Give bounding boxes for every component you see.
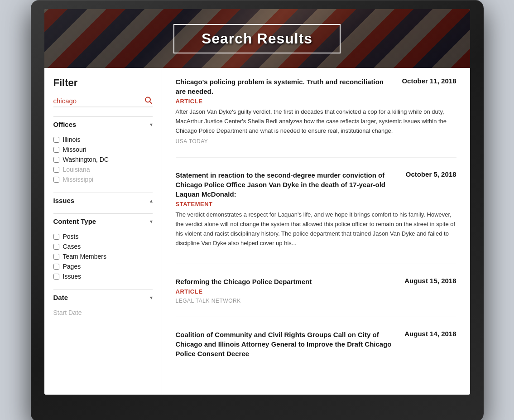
- issues-header[interactable]: Issues ▴: [53, 193, 153, 208]
- result-type-3: ARTICLE: [176, 288, 456, 295]
- content-type-options: Posts Cases Team Members Pages: [53, 229, 153, 284]
- checkbox-team-members[interactable]: [53, 254, 59, 260]
- issues-label: Issues: [53, 197, 75, 204]
- checkbox-illinois[interactable]: [53, 137, 59, 143]
- sidebar: Filter Offices: [44, 68, 162, 395]
- result-item-3: Reforming the Chicago Police Department …: [176, 277, 456, 317]
- page-title: Search Results: [202, 30, 312, 47]
- checkbox-louisiana[interactable]: [53, 167, 59, 173]
- result-source-3: LEGAL TALK NETWORK: [176, 298, 456, 304]
- result-date-4: August 14, 2018: [404, 330, 456, 338]
- result-header-2: Statement in reaction to the second-degr…: [176, 170, 456, 199]
- date-chevron: ▾: [150, 294, 153, 301]
- result-item-1: Chicago's policing problem is systemic. …: [176, 77, 456, 158]
- result-type-2: STATEMENT: [176, 201, 456, 208]
- search-box[interactable]: [53, 95, 153, 107]
- date-start-label: Start Date: [53, 308, 153, 318]
- result-title-4[interactable]: Coalition of Community and Civil Rights …: [176, 330, 405, 358]
- section-issues: Issues ▴: [53, 193, 153, 208]
- result-type-1: ARTICLE: [176, 98, 456, 105]
- option-pages[interactable]: Pages: [53, 261, 153, 271]
- option-missouri[interactable]: Missouri: [53, 145, 153, 154]
- result-header-1: Chicago's policing problem is systemic. …: [176, 77, 456, 96]
- checkbox-cases[interactable]: [53, 244, 59, 250]
- result-item-2: Statement in reaction to the second-degr…: [176, 170, 456, 264]
- result-date-1: October 11, 2018: [402, 77, 456, 85]
- result-date-3: August 15, 2018: [404, 277, 456, 285]
- svg-line-1: [149, 101, 152, 104]
- option-illinois[interactable]: Illinois: [53, 135, 153, 145]
- results-area: Chicago's policing problem is systemic. …: [162, 68, 470, 395]
- monitor-screen: Search Results Filter: [44, 9, 470, 395]
- result-description-1: After Jason Van Dyke's guilty verdict, t…: [176, 107, 456, 135]
- offices-label: Offices: [53, 121, 77, 128]
- result-title-3[interactable]: Reforming the Chicago Police Department: [176, 277, 405, 286]
- content-type-label: Content Type: [53, 217, 96, 225]
- result-header-3: Reforming the Chicago Police Department …: [176, 277, 456, 286]
- checkbox-mississippi[interactable]: [53, 177, 59, 183]
- option-cases[interactable]: Cases: [53, 241, 153, 251]
- date-label: Date: [53, 294, 68, 301]
- search-icon: [144, 96, 153, 106]
- content-area: Filter Offices: [44, 68, 470, 395]
- content-type-header[interactable]: Content Type ▾: [53, 213, 153, 229]
- result-date-2: October 5, 2018: [406, 170, 456, 178]
- hero-title-box: Search Results: [173, 24, 341, 53]
- section-content-type: Content Type ▾ Posts Cases Team Me: [53, 213, 153, 284]
- checkbox-missouri[interactable]: [53, 147, 59, 153]
- issues-chevron: ▴: [150, 198, 153, 204]
- result-title-2[interactable]: Statement in reaction to the second-degr…: [176, 170, 406, 199]
- section-date: Date ▾ Start Date: [53, 290, 153, 320]
- filter-title: Filter: [53, 77, 153, 89]
- section-offices: Offices ▾ Illinois Missouri Washin: [53, 116, 153, 187]
- offices-options: Illinois Missouri Washington, DC Louisia…: [53, 132, 153, 187]
- option-issues[interactable]: Issues: [53, 271, 153, 281]
- date-options: Start Date: [53, 305, 153, 320]
- offices-header[interactable]: Offices ▾: [53, 116, 153, 132]
- hero-banner: Search Results: [44, 9, 470, 68]
- checkbox-pages[interactable]: [53, 264, 59, 270]
- content-type-chevron: ▾: [150, 218, 153, 225]
- offices-chevron: ▾: [150, 121, 153, 128]
- search-input[interactable]: [53, 95, 153, 107]
- result-title-1[interactable]: Chicago's policing problem is systemic. …: [176, 77, 402, 96]
- checkbox-posts[interactable]: [53, 234, 59, 240]
- result-source-1: USA TODAY: [176, 138, 456, 145]
- option-mississippi[interactable]: Mississippi: [53, 174, 153, 184]
- option-washington-dc[interactable]: Washington, DC: [53, 154, 153, 164]
- option-team-members[interactable]: Team Members: [53, 251, 153, 261]
- result-header-4: Coalition of Community and Civil Rights …: [176, 330, 456, 358]
- monitor-bezel: Search Results Filter: [31, 0, 484, 420]
- checkbox-issues[interactable]: [53, 274, 59, 280]
- result-description-2: The verdict demonstrates a respect for L…: [176, 210, 456, 248]
- monitor-wrapper: Search Results Filter: [31, 0, 484, 420]
- option-posts[interactable]: Posts: [53, 232, 153, 241]
- option-louisiana[interactable]: Louisiana: [53, 164, 153, 174]
- result-item-4: Coalition of Community and Civil Rights …: [176, 330, 456, 373]
- checkbox-washington-dc[interactable]: [53, 157, 59, 163]
- date-header[interactable]: Date ▾: [53, 290, 153, 305]
